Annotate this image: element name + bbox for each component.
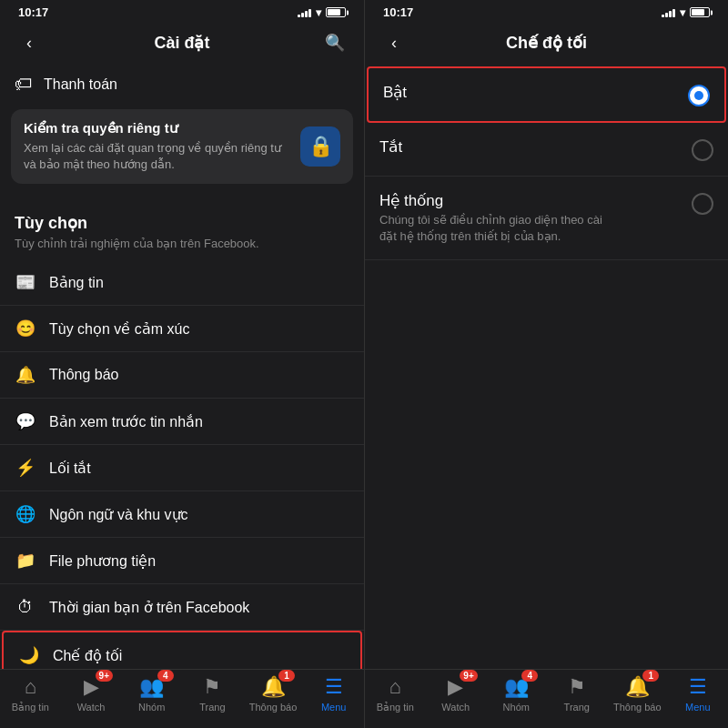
msg-preview-icon: 💬	[15, 410, 36, 432]
nav-notif-right[interactable]: 🔔 1 Thông báo	[607, 675, 668, 713]
search-button-left[interactable]: 🔍	[320, 28, 349, 57]
groups-badge-left: 4	[157, 670, 174, 682]
battery-icon-right	[690, 7, 710, 17]
shortcut-label: Lối tắt	[49, 460, 349, 477]
settings-item-4[interactable]: ⚡ Lối tắt	[0, 445, 364, 491]
darkmode-scroll: Bật Tắt Hệ thống Chúng tôi sẽ điều chỉnh…	[365, 66, 728, 669]
settings-item-6[interactable]: 📁 File phương tiện	[0, 538, 364, 584]
header-title-left: Cài đặt	[44, 33, 320, 53]
bottom-nav-right: ⌂ Bảng tin ▶ 9+ Watch 👥 4 Nhóm ⚑ Trang	[365, 669, 728, 728]
darkmode-option-off[interactable]: Tắt	[365, 123, 728, 177]
nav-groups-right[interactable]: 👥 4 Nhóm	[486, 675, 547, 713]
language-icon: 🌐	[15, 503, 36, 525]
nav-menu-label-left: Menu	[321, 702, 347, 713]
nav-pages-label-left: Trang	[199, 702, 225, 713]
right-phone: 10:17 ▾ ‹ Chế độ tối Bật	[364, 0, 728, 728]
radio-on-inner	[694, 91, 703, 100]
nav-notif-label-right: Thông báo	[613, 702, 662, 713]
nav-groups-label-left: Nhóm	[138, 702, 165, 713]
nav-home-label-right: Bảng tin	[377, 702, 414, 713]
darkmode-label-left: Chế độ tối	[53, 647, 346, 664]
groups-badge-right: 4	[521, 670, 538, 682]
pages-icon-left: ⚑	[203, 675, 221, 699]
settings-item-7[interactable]: ⏱ Thời gian bạn ở trên Facebook	[0, 584, 364, 631]
media-icon: 📁	[15, 550, 36, 571]
nav-home-right[interactable]: ⌂ Bảng tin	[365, 675, 426, 713]
darkmode-option-system[interactable]: Hệ thống Chúng tôi sẽ điều chỉnh giao di…	[365, 177, 728, 260]
emotion-label: Tùy chọn về cảm xúc	[49, 320, 349, 338]
notif-badge-right: 1	[642, 670, 659, 682]
status-time-right: 10:17	[383, 5, 413, 19]
status-time-left: 10:17	[18, 5, 48, 19]
settings-item-0[interactable]: 📰 Bảng tin	[0, 259, 364, 306]
emotion-icon: 😊	[15, 318, 36, 339]
status-icons-right: ▾	[662, 6, 710, 19]
option-system-desc: Chúng tôi sẽ điều chỉnh giao diện theo c…	[379, 212, 616, 245]
darkmode-option-on[interactable]: Bật	[367, 66, 726, 123]
notif-icon: 🔔	[15, 364, 36, 386]
payment-icon: 🏷	[15, 74, 33, 95]
menu-icon-right: ☰	[689, 675, 707, 699]
nav-notif-left[interactable]: 🔔 1 Thông báo	[243, 675, 304, 713]
notif-label: Thông báo	[49, 367, 349, 383]
settings-scroll: 🏷 Thanh toán Kiểm tra quyền riêng tư Xem…	[0, 66, 364, 669]
home-icon-right: ⌂	[389, 675, 401, 699]
privacy-card-icon: 🔒	[300, 126, 340, 167]
signal-icon-right	[662, 8, 675, 17]
wifi-icon-right: ▾	[680, 6, 685, 19]
header-right: ‹ Chế độ tối	[365, 21, 728, 66]
notif-badge-left: 1	[278, 670, 295, 682]
option-on-title: Bật	[383, 83, 688, 102]
privacy-card-desc: Xem lại các cài đặt quan trọng về quyền …	[24, 140, 289, 173]
nav-home-label-left: Bảng tin	[12, 702, 49, 713]
payment-item[interactable]: 🏷 Thanh toán	[0, 66, 364, 102]
nav-groups-label-right: Nhóm	[503, 702, 530, 713]
radio-off	[692, 139, 713, 161]
nav-pages-left[interactable]: ⚑ Trang	[182, 675, 243, 713]
nav-watch-right[interactable]: ▶ 9+ Watch	[426, 675, 487, 713]
settings-item-2[interactable]: 🔔 Thông báo	[0, 352, 364, 399]
watch-badge-right: 9+	[460, 670, 477, 682]
news-feed-label: Bảng tin	[49, 274, 349, 291]
news-feed-icon: 📰	[15, 271, 36, 293]
radio-system	[692, 193, 713, 215]
status-bar-left: 10:17 ▾	[0, 0, 364, 21]
bottom-nav-left: ⌂ Bảng tin ▶ 9+ Watch 👥 4 Nhóm ⚑ Trang	[0, 669, 364, 728]
settings-item-1[interactable]: 😊 Tùy chọn về cảm xúc	[0, 306, 364, 352]
nav-pages-label-right: Trang	[564, 702, 590, 713]
nav-watch-label-right: Watch	[441, 702, 470, 713]
wifi-icon: ▾	[316, 6, 321, 19]
nav-pages-right[interactable]: ⚑ Trang	[547, 675, 608, 713]
settings-item-3[interactable]: 💬 Bản xem trước tin nhắn	[0, 399, 364, 445]
time-label: Thời gian bạn ở trên Facebook	[49, 599, 349, 616]
nav-watch-label-left: Watch	[77, 702, 106, 713]
media-label: File phương tiện	[49, 552, 349, 570]
nav-menu-left[interactable]: ☰ Menu	[303, 675, 364, 713]
msg-preview-label: Bản xem trước tin nhắn	[49, 413, 349, 430]
nav-notif-label-left: Thông báo	[249, 702, 298, 713]
nav-menu-right[interactable]: ☰ Menu	[668, 675, 729, 713]
privacy-card[interactable]: Kiểm tra quyền riêng tư Xem lại các cài …	[11, 109, 353, 184]
watch-badge-left: 9+	[96, 670, 113, 682]
pages-icon-right: ⚑	[568, 675, 586, 699]
back-button-right[interactable]: ‹	[379, 28, 409, 57]
time-icon: ⏱	[15, 596, 36, 618]
home-icon-left: ⌂	[25, 675, 36, 699]
battery-icon	[326, 7, 346, 17]
nav-menu-label-right: Menu	[685, 702, 711, 713]
shortcut-icon: ⚡	[15, 457, 36, 479]
settings-item-5[interactable]: 🌐 Ngôn ngữ và khu vực	[0, 491, 364, 538]
settings-item-8[interactable]: 🌙 Chế độ tối	[2, 631, 362, 669]
option-off-title: Tắt	[379, 137, 692, 157]
header-left: ‹ Cài đặt 🔍	[0, 21, 364, 66]
nav-watch-left[interactable]: ▶ 9+ Watch	[61, 675, 122, 713]
signal-icon	[298, 8, 311, 17]
nav-home-left[interactable]: ⌂ Bảng tin	[0, 675, 61, 713]
radio-on	[688, 85, 710, 106]
status-bar-right: 10:17 ▾	[365, 0, 728, 21]
nav-groups-left[interactable]: 👥 4 Nhóm	[121, 675, 182, 713]
payment-label: Thanh toán	[44, 76, 117, 93]
back-button-left[interactable]: ‹	[15, 28, 44, 57]
status-icons-left: ▾	[298, 6, 346, 19]
menu-icon-left: ☰	[325, 675, 343, 699]
